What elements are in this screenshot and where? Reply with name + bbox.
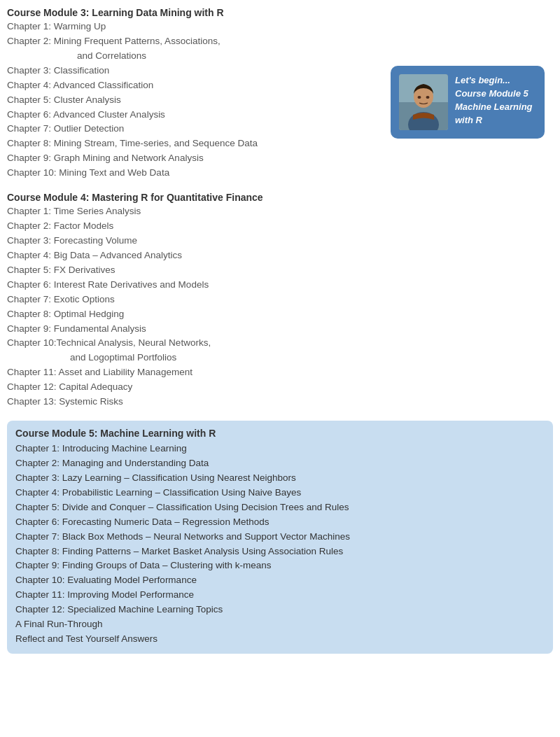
list-item: Chapter 4: Big Data – Advanced Analytics [7,248,553,263]
list-item: Chapter 9: Finding Groups of Data – Clus… [15,559,545,573]
list-item: Chapter 8: Finding Patterns – Market Bas… [15,545,545,559]
list-item: Chapter 6: Forecasting Numeric Data – Re… [15,515,545,530]
list-item: Chapter 11: Asset and Liability Manageme… [7,365,553,380]
avatar [399,74,448,130]
list-item: Chapter 12: Specialized Machine Learning… [15,603,545,617]
list-item: Chapter 9: Fundamental Analysis [7,322,553,337]
list-item: and Logoptimal Portfolios [7,351,553,365]
list-item: Chapter 2: Factor Models [7,219,553,234]
module5-chapter-list: Chapter 1: Introducing Machine LearningC… [15,442,545,647]
module5-title: Course Module 5: Machine Learning with R [15,428,545,439]
list-item: Chapter 8: Optimal Hedging [7,307,553,322]
list-item: Chapter 1: Warming Up [7,20,553,34]
module4-chapter-list: Chapter 1: Time Series AnalysisChapter 2… [7,204,553,409]
list-item: Chapter 12: Capital Adequacy [7,380,553,395]
list-item: Chapter 7: Black Box Methods – Neural Ne… [15,530,545,545]
svg-point-4 [418,96,421,99]
list-item: Chapter 5: FX Derivatives [7,263,553,278]
list-item: Chapter 1: Time Series Analysis [7,204,553,219]
list-item: Chapter 9: Graph Mining and Network Anal… [7,151,553,166]
list-item: Chapter 11: Improving Model Performance [15,588,545,603]
list-item: Chapter 3: Lazy Learning – Classificatio… [15,471,545,486]
list-item: Chapter 7: Exotic Options [7,293,553,307]
callout-text: Let's begin... Course Module 5 Machine L… [455,74,536,127]
module4-title: Course Module 4: Mastering R for Quantit… [7,192,553,203]
list-item: Chapter 1: Introducing Machine Learning [15,442,545,456]
callout-box: Let's begin... Course Module 5 Machine L… [391,66,545,139]
list-item: Chapter 2: Mining Frequent Patterns, Ass… [7,34,553,49]
list-item: Chapter 5: Divide and Conquer – Classifi… [15,500,545,515]
list-item: Chapter 4: Probabilistic Learning – Clas… [15,486,545,500]
list-item: Chapter 10: Mining Text and Web Data [7,166,553,181]
list-item: Reflect and Test Yourself Answers [15,632,545,647]
list-item: Chapter 8: Mining Stream, Time-series, a… [7,136,553,151]
list-item: Chapter 3: Forecasting Volume [7,234,553,248]
list-item: Chapter 2: Managing and Understanding Da… [15,456,545,471]
list-item: Chapter 10: Evaluating Model Performance [15,573,545,588]
list-item: Chapter 10:Technical Analysis, Neural Ne… [7,336,553,351]
module3-title: Course Module 3: Learning Data Mining wi… [7,7,553,18]
list-item: Chapter 6: Interest Rate Derivatives and… [7,278,553,293]
svg-point-5 [426,96,430,99]
module5-section: Course Module 5: Machine Learning with R… [7,421,553,654]
list-item: Chapter 13: Systemic Risks [7,395,553,409]
module4-section: Course Module 4: Mastering R for Quantit… [7,192,553,409]
list-item: A Final Run-Through [15,617,545,632]
list-item: and Correlations [7,49,553,64]
